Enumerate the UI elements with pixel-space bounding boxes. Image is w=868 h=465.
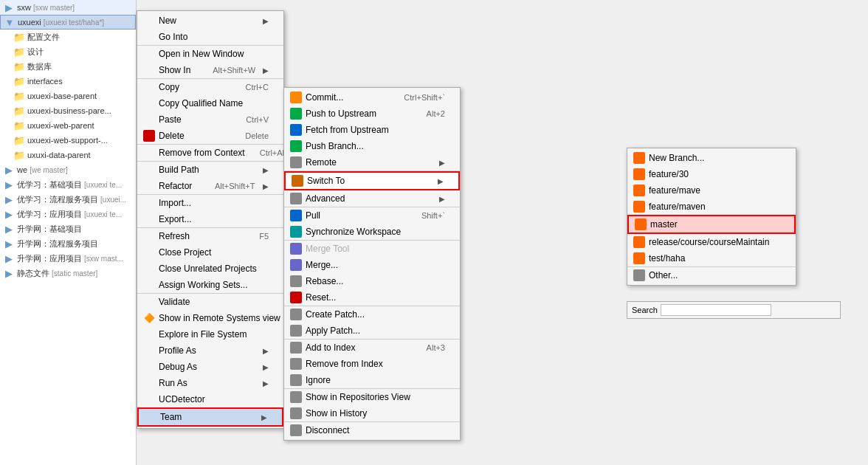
ctx-fetch-upstream[interactable]: Fetch from Upstream (284, 122, 460, 138)
sidebar-item-biz[interactable]: 📁 uxuexi-business-pare... (0, 103, 136, 118)
ctx-label: Show in Repositories View (306, 392, 410, 402)
open-window-icon (143, 48, 155, 60)
ctx-master[interactable]: master (627, 215, 796, 234)
ctx-feature-30[interactable]: feature/30 (627, 166, 796, 182)
folder-icon: 📁 (13, 149, 25, 161)
ctx-copy[interactable]: Copy Ctrl+C (137, 79, 283, 95)
remote-icon (290, 156, 302, 168)
sidebar-item-study-app[interactable]: ▶ 优学习：应用项目 [uxuexi te... (0, 207, 136, 221)
sidebar-item-uxuexi[interactable]: ▼ uxuexi [uxuexi test/haha*] (0, 15, 136, 30)
ctx-label: Delete (159, 131, 185, 141)
sidebar-item-static[interactable]: ▶ 静态文件 [static master] (0, 266, 136, 280)
shortcut-label: Ctrl+Shift+` (389, 93, 445, 102)
ctx-label: Fetch from Upstream (306, 125, 389, 135)
ctx-go-into[interactable]: Go Into (137, 29, 283, 46)
delete-icon (143, 130, 155, 142)
search-input[interactable] (661, 304, 771, 316)
ctx-show-in[interactable]: Show In Alt+Shift+W ▶ (137, 62, 283, 79)
ctx-close-project[interactable]: Close Project (137, 244, 283, 261)
sidebar-label: uxuexi [uxuexi test/haha*] (18, 18, 104, 27)
ctx-label: Close Project (159, 247, 211, 258)
sidebar-item-design[interactable]: 📁 设计 (0, 44, 136, 59)
ctx-export[interactable]: Export... (137, 211, 283, 228)
debug-as-icon (143, 361, 155, 373)
sidebar-item-base[interactable]: 📁 uxuexi-base-parent (0, 89, 136, 103)
advanced-icon (290, 193, 302, 204)
ctx-explore-fs[interactable]: Explore in File System (137, 326, 283, 342)
sidebar-item-study-base[interactable]: ▶ 优学习：基础项目 [uxuexi te... (0, 177, 136, 192)
sidebar-item-we[interactable]: ▶ we [we master] (0, 162, 136, 177)
ctx-switch-to[interactable]: Switch To ▶ (284, 171, 460, 190)
feature-30-icon (633, 168, 645, 180)
ctx-pull[interactable]: Pull Shift+` (284, 207, 460, 224)
ctx-import[interactable]: Import... (137, 195, 283, 211)
ctx-remove-index[interactable]: Remove from Index (284, 356, 460, 372)
sidebar-item-web-support[interactable]: 📁 uxuexi-web-support-... (0, 133, 136, 148)
sidebar-item-sxw[interactable]: ▶ sxw [sxw master] (0, 0, 136, 15)
arrow-icon: ▶ (263, 182, 269, 190)
ctx-debug-as[interactable]: Debug As ▶ (137, 359, 283, 375)
show-history-icon (290, 407, 302, 419)
ctx-feature-maven[interactable]: feature/maven (627, 199, 796, 215)
sidebar-item-data[interactable]: 📁 uxuxi-data-parent (0, 148, 136, 162)
ctx-push-upstream[interactable]: Push to Upstream Alt+2 (284, 106, 460, 122)
sidebar-item-sxw-app[interactable]: ▶ 升学网：应用项目 [sxw mast... (0, 251, 136, 266)
shortcut-label: Alt+Shift+W (198, 66, 255, 75)
ctx-show-history[interactable]: Show in History (284, 405, 460, 422)
ctx-add-index[interactable]: Add to Index Alt+3 (284, 340, 460, 356)
ctx-refactor[interactable]: Refactor Alt+Shift+T ▶ (137, 178, 283, 195)
ctx-label: master (650, 219, 678, 230)
ctx-open-window[interactable]: Open in New Window (137, 46, 283, 62)
ctx-copy-qualified[interactable]: Copy Qualified Name (137, 95, 283, 111)
ctx-remote[interactable]: Remote ▶ (284, 154, 460, 171)
remove-index-icon (290, 358, 302, 370)
ctx-other[interactable]: Other... (627, 267, 796, 283)
ctx-merge[interactable]: Merge... (284, 257, 460, 273)
ctx-push-branch[interactable]: Push Branch... (284, 138, 460, 154)
ctx-rebase[interactable]: Rebase... (284, 273, 460, 289)
ctx-team[interactable]: Team ▶ (137, 407, 283, 427)
ctx-label: Push to Upstream (306, 108, 376, 119)
ctx-ignore[interactable]: Ignore (284, 372, 460, 389)
ctx-working-sets[interactable]: Assign Working Sets... (137, 277, 283, 294)
ctx-profile-as[interactable]: Profile As ▶ (137, 342, 283, 359)
sidebar-item-sxw-flow[interactable]: ▶ 升学网：流程服务项目 (0, 236, 136, 251)
show-repos-icon (290, 391, 302, 403)
sidebar-item-db[interactable]: 📁 数据库 (0, 59, 136, 74)
shortcut-label: Delete (230, 131, 269, 140)
ctx-remove-context[interactable]: Remove from Context Ctrl+Alt+Shift+Down (137, 145, 283, 162)
ctx-commit[interactable]: Commit... Ctrl+Shift+` (284, 89, 460, 106)
ctx-feature-mave[interactable]: feature/mave (627, 182, 796, 199)
ctx-ucdetector[interactable]: UCDetector (137, 391, 283, 407)
ctx-apply-patch[interactable]: Apply Patch... (284, 323, 460, 340)
sidebar-item-web[interactable]: 📁 uxuexi-web-parent (0, 118, 136, 133)
ctx-build-path[interactable]: Build Path ▶ (137, 162, 283, 178)
folder-icon: 📁 (13, 90, 25, 102)
ctx-disconnect[interactable]: Disconnect (284, 422, 460, 438)
sidebar-label: uxuexi-base-parent (27, 92, 97, 100)
sidebar-item-config[interactable]: 📁 配置文件 (0, 30, 136, 44)
sidebar-label: interfaces (27, 77, 63, 86)
ctx-close-unrelated[interactable]: Close Unrelated Projects (137, 261, 283, 277)
ctx-run-as[interactable]: Run As ▶ (137, 375, 283, 391)
ctx-refresh[interactable]: Refresh F5 (137, 228, 283, 244)
sidebar-item-interfaces[interactable]: 📁 interfaces (0, 74, 136, 89)
ctx-show-repos[interactable]: Show in Repositories View (284, 389, 460, 405)
ctx-reset[interactable]: Reset... (284, 289, 460, 306)
ctx-test-haha[interactable]: test/haha (627, 250, 796, 267)
ctx-new[interactable]: New ▶ (137, 13, 283, 29)
ctx-create-patch[interactable]: Create Patch... (284, 306, 460, 323)
sidebar-label: uxuexi-business-pare... (27, 106, 111, 115)
ctx-advanced[interactable]: Advanced ▶ (284, 190, 460, 207)
ctx-remote-systems[interactable]: 🔶 Show in Remote Systems view (137, 310, 283, 326)
ctx-synchronize[interactable]: Synchronize Workspace (284, 224, 460, 241)
sidebar-item-study-flow[interactable]: ▶ 优学习：流程服务项目 [uxuei... (0, 192, 136, 207)
ctx-paste[interactable]: Paste Ctrl+V (137, 111, 283, 128)
ctx-release-course[interactable]: release/course/courseMaintain (627, 234, 796, 250)
ctx-new-branch[interactable]: New Branch... (627, 150, 796, 166)
ctx-delete[interactable]: Delete Delete (137, 128, 283, 145)
team-icon (145, 411, 156, 423)
ctx-validate[interactable]: Validate (137, 294, 283, 310)
ctx-label: Apply Patch... (306, 326, 360, 336)
sidebar-item-sxw-base[interactable]: ▶ 升学网：基础项目 (0, 221, 136, 236)
